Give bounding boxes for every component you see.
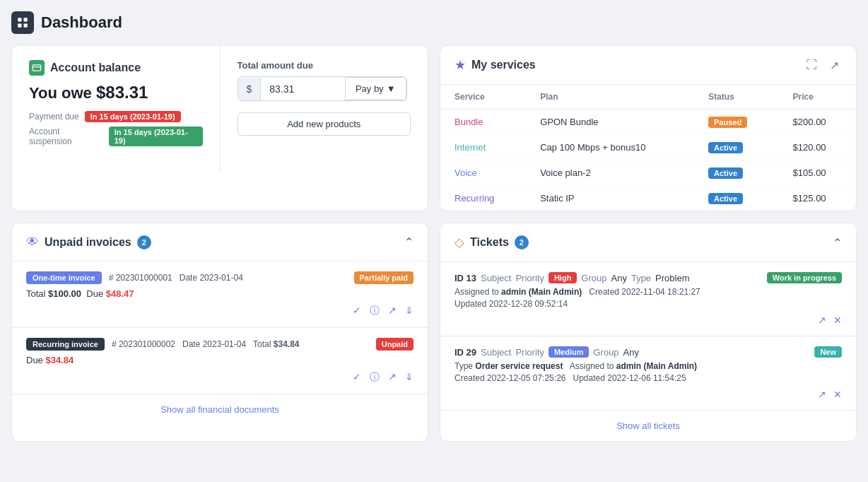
service-price: $200.00 bbox=[779, 110, 856, 135]
amount-prefix: $ bbox=[238, 78, 262, 100]
invoice-date: Date 2023-01-04 bbox=[182, 339, 246, 349]
service-link[interactable]: Recurring bbox=[454, 193, 494, 204]
invoice-status-badge: Unpaid bbox=[376, 338, 414, 351]
payment-due-badge: In 15 days (2023-01-19) bbox=[85, 111, 181, 122]
tickets-title-row: ◇ Tickets 2 bbox=[454, 235, 529, 250]
invoices-collapse-icon[interactable]: ⌃ bbox=[404, 235, 414, 249]
invoices-title-row: 👁 Unpaid invoices 2 bbox=[26, 235, 151, 249]
invoice-due: $34.84 bbox=[45, 355, 74, 365]
service-plan: GPON Bundle bbox=[526, 110, 694, 135]
col-price: Price bbox=[779, 85, 856, 110]
account-balance-card: Account balance You owe $83.31 Payment d… bbox=[11, 45, 428, 211]
info-icon[interactable]: ⓘ bbox=[370, 371, 380, 384]
tickets-card: ◇ Tickets 2 ⌃ ID 13 Subject Priority Hig… bbox=[440, 223, 857, 442]
invoice-status-badge: Partially paid bbox=[354, 271, 414, 284]
services-header: ★ My services ⛶ ↗ bbox=[440, 46, 856, 85]
payment-due-row: Payment due In 15 days (2023-01-19) bbox=[29, 111, 203, 122]
invoices-count-badge: 2 bbox=[137, 235, 151, 249]
suspension-label: Account suspension bbox=[29, 127, 103, 146]
status-badge: Active bbox=[708, 193, 743, 204]
ticket-item: ID 13 Subject Priority High Group Any Ty… bbox=[440, 261, 856, 336]
download-icon[interactable]: ⇓ bbox=[405, 371, 414, 384]
svg-rect-4 bbox=[33, 65, 41, 71]
invoice-due: $48.47 bbox=[106, 288, 134, 299]
external-link-icon[interactable]: ↗ bbox=[826, 57, 842, 73]
service-row: Recurring Static IP Active $125.00 bbox=[440, 186, 856, 211]
invoice-type-badge: Recurring invoice bbox=[26, 338, 105, 351]
priority-badge: High bbox=[549, 272, 577, 283]
ticket-item: ID 29 Subject Priority Medium Group Any … bbox=[440, 336, 856, 410]
add-products-button[interactable]: Add new products bbox=[237, 112, 411, 136]
amount-input-row: $ 83.31 Pay by ▼ bbox=[237, 76, 407, 101]
service-price: $125.00 bbox=[779, 186, 856, 211]
invoice-top-row: Recurring invoice # 202301000002 Date 20… bbox=[26, 338, 414, 351]
ticket-status-badge: New bbox=[814, 346, 842, 358]
ticket-actions: ↗ ✕ bbox=[454, 389, 842, 400]
grid-icon bbox=[11, 11, 34, 34]
ticket-id: ID 29 bbox=[454, 347, 476, 358]
ticket-open-icon[interactable]: ↗ bbox=[818, 315, 826, 326]
service-row: Voice Voice plan-2 Active $105.00 bbox=[440, 160, 856, 186]
account-left: Account balance You owe $83.31 Payment d… bbox=[12, 46, 221, 172]
open-icon[interactable]: ↗ bbox=[388, 305, 397, 317]
ticket-dates: Created 2022-12-05 07:25:26 Updated 2022… bbox=[454, 373, 842, 383]
invoice-number: # 202301000001 bbox=[109, 273, 172, 283]
ticket-close-icon[interactable]: ✕ bbox=[833, 315, 842, 326]
checkmark-icon[interactable]: ✓ bbox=[353, 371, 361, 384]
invoice-actions: ✓ ⓘ ↗ ⇓ bbox=[26, 305, 414, 317]
ticket-tag-icon: ◇ bbox=[454, 235, 464, 250]
suspension-badge: In 15 days (2023-01-19) bbox=[109, 127, 203, 146]
services-icons: ⛶ ↗ bbox=[804, 57, 842, 73]
invoice-item: Recurring invoice # 202301000002 Date 20… bbox=[12, 327, 428, 394]
invoice-amounts: Total $100.00 Due $48.47 bbox=[26, 288, 414, 299]
service-link[interactable]: Internet bbox=[454, 142, 486, 153]
invoice-number: # 202301000002 bbox=[112, 339, 175, 349]
account-right: Total amount due $ 83.31 Pay by ▼ Add ne… bbox=[221, 46, 428, 172]
service-link[interactable]: Bundle bbox=[454, 117, 483, 127]
ticket-id: ID 13 bbox=[454, 273, 476, 283]
services-table-head: Service Plan Status Price bbox=[440, 85, 856, 110]
invoice-actions: ✓ ⓘ ↗ ⇓ bbox=[26, 371, 414, 384]
checkmark-icon[interactable]: ✓ bbox=[353, 305, 361, 317]
chevron-down-icon: ▼ bbox=[387, 83, 396, 94]
expand-icon[interactable]: ⛶ bbox=[804, 57, 819, 73]
invoices-list: One-time invoice # 202301000001 Date 202… bbox=[12, 261, 428, 394]
total-due-label: Total amount due bbox=[237, 60, 411, 71]
ticket-open-icon[interactable]: ↗ bbox=[818, 389, 826, 400]
service-status: Active bbox=[694, 186, 779, 211]
ticket-close-icon[interactable]: ✕ bbox=[833, 389, 842, 400]
show-all-invoices-link[interactable]: Show all financial documents bbox=[12, 394, 428, 425]
download-icon[interactable]: ⇓ bbox=[405, 305, 414, 317]
account-balance-title: Account balance bbox=[50, 61, 141, 74]
balance-text: You owe $83.31 bbox=[29, 84, 148, 102]
tickets-list: ID 13 Subject Priority High Group Any Ty… bbox=[440, 261, 856, 410]
col-plan: Plan bbox=[526, 85, 694, 110]
ticket-assigned: Assigned to admin (Main Admin) Created 2… bbox=[454, 287, 842, 297]
service-plan: Voice plan-2 bbox=[526, 160, 694, 186]
tickets-collapse-icon[interactable]: ⌃ bbox=[833, 236, 842, 249]
services-title-row: ★ My services bbox=[454, 57, 536, 73]
service-link[interactable]: Voice bbox=[454, 167, 477, 178]
invoices-card: 👁 Unpaid invoices 2 ⌃ One-time invoice #… bbox=[11, 223, 428, 442]
status-badge: Active bbox=[708, 167, 743, 179]
service-status: Active bbox=[694, 135, 779, 160]
page-header: Dashboard bbox=[11, 11, 857, 34]
service-price: $105.00 bbox=[779, 160, 856, 186]
show-all-tickets-link[interactable]: Show all tickets bbox=[440, 410, 856, 441]
ticket-status-badge: Work in progress bbox=[767, 272, 842, 283]
info-icon[interactable]: ⓘ bbox=[370, 305, 380, 317]
col-status: Status bbox=[694, 85, 779, 110]
open-icon[interactable]: ↗ bbox=[388, 371, 397, 384]
invoices-title: Unpaid invoices bbox=[45, 236, 131, 249]
status-badge: Paused bbox=[708, 117, 747, 128]
service-status: Active bbox=[694, 160, 779, 186]
services-table: Service Plan Status Price Bundle GPON Bu… bbox=[440, 85, 856, 211]
service-row: Internet Cap 100 Mbps + bonus10 Active $… bbox=[440, 135, 856, 160]
ticket-updated: Updated 2022-12-28 09:52:14 bbox=[454, 299, 842, 309]
pay-by-button[interactable]: Pay by ▼ bbox=[345, 77, 406, 100]
invoice-top-row: One-time invoice # 202301000001 Date 202… bbox=[26, 271, 414, 284]
invoice-date: Date 2023-01-04 bbox=[180, 273, 243, 283]
star-icon: ★ bbox=[454, 57, 466, 73]
service-plan: Static IP bbox=[526, 186, 694, 211]
svg-rect-2 bbox=[18, 24, 21, 28]
